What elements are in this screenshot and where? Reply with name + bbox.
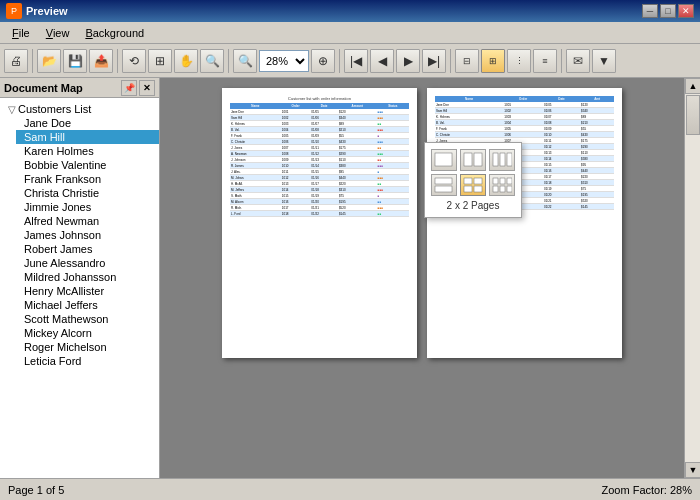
- sep4: [339, 49, 340, 73]
- scroll-thumb[interactable]: [686, 95, 700, 135]
- statusbar: Page 1 of 5 Zoom Factor: 28%: [0, 478, 700, 500]
- svg-rect-5: [507, 153, 512, 166]
- tree-item[interactable]: Sam Hill: [16, 130, 159, 144]
- svg-rect-14: [507, 178, 512, 184]
- svg-rect-3: [493, 153, 498, 166]
- layout-option-1x3[interactable]: [489, 149, 515, 171]
- tree-item[interactable]: Mildred Johansson: [16, 270, 159, 284]
- layout-label: 2 x 2 Pages: [431, 200, 515, 211]
- zoom-select[interactable]: 28% 10% 25% 50% 75% 100%: [259, 50, 309, 72]
- status-page: Page 1 of 5: [8, 484, 602, 496]
- layout-option-2x3[interactable]: [489, 174, 515, 196]
- hand-button[interactable]: ✋: [174, 49, 198, 73]
- tree-item[interactable]: Scott Mathewson: [16, 312, 159, 326]
- doc-map-pin-button[interactable]: 📌: [121, 80, 137, 96]
- scroll-down-button[interactable]: ▼: [685, 462, 700, 478]
- menu-file[interactable]: File: [4, 25, 38, 41]
- document-map-title: Document Map: [4, 82, 119, 94]
- prev-page-button[interactable]: ◀: [370, 49, 394, 73]
- print-button[interactable]: 🖨: [4, 49, 28, 73]
- flip-button[interactable]: ⟲: [122, 49, 146, 73]
- window-title: Preview: [26, 5, 642, 17]
- layout-button4[interactable]: ≡: [533, 49, 557, 73]
- last-page-button[interactable]: ▶|: [422, 49, 446, 73]
- window-controls: ─ □ ✕: [642, 4, 694, 18]
- svg-rect-2: [474, 153, 482, 166]
- page-2-content: NameOrderDateAmt Jane Doe100101/05$120Sa…: [427, 88, 622, 358]
- layout-option-1x1[interactable]: [431, 149, 457, 171]
- layout-button3[interactable]: ⋮: [507, 49, 531, 73]
- save-button[interactable]: 💾: [63, 49, 87, 73]
- tree-item[interactable]: Karen Holmes: [16, 144, 159, 158]
- page-1-content: Customer list with order information Nam…: [222, 88, 417, 358]
- svg-rect-6: [435, 178, 452, 184]
- svg-rect-1: [464, 153, 472, 166]
- svg-rect-10: [464, 186, 472, 192]
- tree-item[interactable]: Roger Michelson: [16, 340, 159, 354]
- zoom-in-button[interactable]: ⊕: [311, 49, 335, 73]
- page-2: NameOrderDateAmt Jane Doe100101/05$120Sa…: [427, 88, 622, 358]
- doc-map-close-button[interactable]: ✕: [139, 80, 155, 96]
- svg-rect-17: [507, 186, 512, 192]
- svg-rect-13: [500, 178, 505, 184]
- tree-item[interactable]: June Alessandro: [16, 256, 159, 270]
- layout-option-1x2[interactable]: [460, 149, 486, 171]
- svg-rect-4: [500, 153, 505, 166]
- tree-item[interactable]: Bobbie Valentine: [16, 158, 159, 172]
- more-button[interactable]: ▼: [592, 49, 616, 73]
- search-button[interactable]: 🔍: [200, 49, 224, 73]
- sep1: [32, 49, 33, 73]
- page-1: Customer list with order information Nam…: [222, 88, 417, 358]
- layout-button1[interactable]: ⊟: [455, 49, 479, 73]
- export-button[interactable]: 📤: [89, 49, 113, 73]
- preview-area[interactable]: Customer list with order information Nam…: [160, 78, 684, 478]
- minimize-button[interactable]: ─: [642, 4, 658, 18]
- svg-rect-9: [474, 178, 482, 184]
- sep2: [117, 49, 118, 73]
- tree-item[interactable]: Frank Frankson: [16, 172, 159, 186]
- layout-popup: 2 x 2 Pages: [424, 142, 522, 218]
- menu-background[interactable]: Background: [77, 25, 152, 41]
- tree-item[interactable]: Mickey Alcorn: [16, 326, 159, 340]
- right-scrollbar: ▲ ▼: [684, 78, 700, 478]
- scroll-up-button[interactable]: ▲: [685, 78, 700, 94]
- maximize-button[interactable]: □: [660, 4, 676, 18]
- toolbar: 🖨 📂 💾 📤 ⟲ ⊞ ✋ 🔍 🔍 28% 10% 25% 50% 75% 10…: [0, 44, 700, 78]
- svg-rect-0: [435, 153, 452, 166]
- main-layout: Document Map 📌 ✕ ▽ Customers List Jane D…: [0, 78, 700, 478]
- tree-item[interactable]: Jane Doe: [16, 116, 159, 130]
- tree-root-label: Customers List: [18, 103, 91, 115]
- layout-grid: [431, 149, 515, 196]
- layout-option-2x1[interactable]: [431, 174, 457, 196]
- layout-option-2x2[interactable]: [460, 174, 486, 196]
- tree-item[interactable]: Michael Jeffers: [16, 298, 159, 312]
- tree-root: ▽ Customers List Jane DoeSam HillKaren H…: [0, 102, 159, 368]
- tree-item[interactable]: James Johnson: [16, 228, 159, 242]
- layout-button2[interactable]: ⊞: [481, 49, 505, 73]
- svg-rect-15: [493, 186, 498, 192]
- document-map-panel: Document Map 📌 ✕ ▽ Customers List Jane D…: [0, 78, 160, 478]
- first-page-button[interactable]: |◀: [344, 49, 368, 73]
- tree-item[interactable]: Henry McAllister: [16, 284, 159, 298]
- sep6: [561, 49, 562, 73]
- next-page-button[interactable]: ▶: [396, 49, 420, 73]
- tree-item[interactable]: Robert James: [16, 242, 159, 256]
- tree-item[interactable]: Alfred Newman: [16, 214, 159, 228]
- tree-item[interactable]: Christa Christie: [16, 186, 159, 200]
- tree-children: Jane DoeSam HillKaren HolmesBobbie Valen…: [4, 116, 159, 368]
- tree-root-item[interactable]: ▽ Customers List: [4, 102, 159, 116]
- arrange-button[interactable]: ⊞: [148, 49, 172, 73]
- menu-view[interactable]: View: [38, 25, 78, 41]
- tree-item[interactable]: Leticia Ford: [16, 354, 159, 368]
- close-button[interactable]: ✕: [678, 4, 694, 18]
- zoom-out-button[interactable]: 🔍: [233, 49, 257, 73]
- email-button[interactable]: ✉: [566, 49, 590, 73]
- page-title-mini: Customer list with order information: [230, 96, 409, 101]
- document-map-header: Document Map 📌 ✕: [0, 78, 159, 98]
- sep5: [450, 49, 451, 73]
- svg-rect-8: [464, 178, 472, 184]
- open-button[interactable]: 📂: [37, 49, 61, 73]
- sep3: [228, 49, 229, 73]
- svg-rect-7: [435, 186, 452, 192]
- tree-item[interactable]: Jimmie Jones: [16, 200, 159, 214]
